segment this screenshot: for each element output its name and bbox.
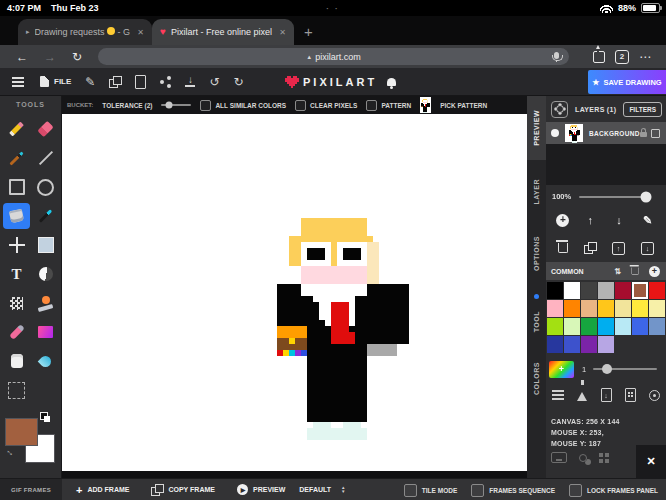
frames-sequence-option[interactable]: FRAMES SEQUENCE: [471, 484, 555, 497]
new-page-icon[interactable]: [135, 75, 146, 89]
tool-dither[interactable]: [3, 290, 30, 316]
frames-sequence-checkbox[interactable]: [471, 484, 484, 497]
save-drawing-button[interactable]: ★ SAVE DRAWING: [588, 70, 666, 94]
tool-eraser[interactable]: [32, 116, 59, 142]
palette-swatch-19[interactable]: [632, 318, 648, 335]
tool-crop[interactable]: [3, 377, 30, 403]
browser-menu-icon[interactable]: ⋯: [639, 50, 652, 64]
tab-pixilart[interactable]: ♥ Pixilart - Free online pixel ✕: [152, 19, 294, 45]
tool-gradient[interactable]: [32, 319, 59, 345]
tolerance-slider-knob[interactable]: [165, 102, 172, 109]
tool-pan[interactable]: [3, 348, 30, 374]
forward-button[interactable]: →: [44, 50, 56, 64]
edit-pencil-icon[interactable]: ✎: [85, 76, 95, 88]
palette-swatch-20[interactable]: [649, 318, 665, 335]
undo-icon[interactable]: ↺: [209, 76, 219, 88]
palette-swatch-0[interactable]: [547, 282, 563, 299]
tool-blur[interactable]: [32, 348, 59, 374]
tool-lighten[interactable]: [32, 261, 59, 287]
tool-move[interactable]: [3, 232, 30, 258]
palette-swatch-6[interactable]: [649, 282, 665, 299]
palette-swatch-9[interactable]: [581, 300, 597, 317]
layer-thumbnail[interactable]: [565, 124, 583, 142]
palette-swatch-4[interactable]: [615, 282, 631, 299]
redo-icon[interactable]: ↻: [233, 76, 243, 88]
palette-swatch-14[interactable]: [547, 318, 563, 335]
palette-swatch-12[interactable]: [632, 300, 648, 317]
preview-button[interactable]: ▶ PREVIEW: [237, 484, 285, 495]
all-similar-colors-checkbox[interactable]: [200, 100, 211, 111]
new-tab-button[interactable]: +: [304, 23, 313, 40]
filters-button[interactable]: FILTERS: [623, 102, 662, 117]
layer-row-background[interactable]: BACKGROUND: [546, 122, 666, 144]
merge-up-icon[interactable]: ↑: [612, 242, 625, 255]
palette-swatch-8[interactable]: [564, 300, 580, 317]
download-icon[interactable]: ↓: [185, 76, 195, 87]
palette-swatch-5[interactable]: [632, 282, 648, 299]
pattern-thumbnail[interactable]: [420, 97, 431, 113]
tab-count-button[interactable]: 2: [615, 50, 629, 64]
palette-swatch-17[interactable]: [598, 318, 614, 335]
add-palette-color-icon[interactable]: +: [649, 266, 660, 277]
close-panel-button[interactable]: ✕: [636, 445, 666, 478]
palette-swatch-7[interactable]: [547, 300, 563, 317]
reload-button[interactable]: ↻: [72, 50, 82, 64]
clear-pixels-checkbox[interactable]: [295, 100, 306, 111]
palette-swatch-13[interactable]: [649, 300, 665, 317]
tolerance-slider[interactable]: [161, 104, 191, 106]
tool-line[interactable]: [32, 145, 59, 171]
settings-gears-icon[interactable]: [579, 454, 587, 462]
all-similar-colors-option[interactable]: ALL SIMILAR COLORS: [200, 100, 286, 111]
tool-stamp[interactable]: [32, 290, 59, 316]
palette-swatch-1[interactable]: [564, 282, 580, 299]
tool-smudge[interactable]: [3, 319, 30, 345]
drawing-canvas[interactable]: [62, 114, 527, 471]
tool-rectangle[interactable]: [3, 174, 30, 200]
pick-pattern-label[interactable]: PICK PATTERN: [440, 102, 487, 109]
palette-group-row[interactable]: COMMON ⇅ +: [546, 262, 666, 280]
palette-swatch-15[interactable]: [564, 318, 580, 335]
add-layer-button[interactable]: +: [556, 214, 569, 227]
pattern-option[interactable]: PATTERN: [366, 100, 411, 111]
tool-color-picker[interactable]: [32, 203, 59, 229]
hamburger-menu-icon[interactable]: [12, 81, 24, 83]
duplicate-layer-icon[interactable]: [584, 242, 596, 254]
layers-settings-button[interactable]: [551, 101, 568, 118]
tab-tool[interactable]: TOOL: [527, 306, 546, 338]
tile-mode-option[interactable]: TILE MODE: [404, 484, 457, 497]
color-mixer-icon[interactable]: [577, 392, 587, 401]
palette-swatch-3[interactable]: [598, 282, 614, 299]
tool-text[interactable]: [3, 261, 30, 287]
grid-toggle-icon[interactable]: [599, 453, 603, 457]
palette-swatch-10[interactable]: [598, 300, 614, 317]
tab-close-icon[interactable]: ✕: [137, 28, 144, 37]
palette-swatch-18[interactable]: [615, 318, 631, 335]
delete-palette-icon[interactable]: [631, 267, 639, 275]
tool-bucket[interactable]: [3, 203, 30, 229]
delete-layer-icon[interactable]: [558, 243, 568, 253]
tool-ellipse[interactable]: [32, 174, 59, 200]
pixel-size-slider[interactable]: [593, 368, 657, 370]
palette-group-name[interactable]: COMMON: [551, 268, 614, 275]
tab-preview[interactable]: PREVIEW: [527, 96, 546, 160]
import-palette-icon[interactable]: [601, 388, 612, 402]
layer-visibility-toggle[interactable]: [551, 129, 559, 137]
palette-swatch-21[interactable]: [547, 336, 563, 353]
tool-select[interactable]: [32, 232, 59, 258]
opacity-slider[interactable]: [579, 196, 651, 198]
file-icon[interactable]: [40, 76, 49, 87]
notifications-bell-icon[interactable]: [387, 78, 396, 86]
mic-icon[interactable]: [554, 52, 559, 59]
move-layer-up-button[interactable]: ↑: [582, 212, 598, 228]
resize-arrow-icon[interactable]: ↔: [4, 444, 19, 459]
lock-frames-panel-checkbox[interactable]: [569, 484, 582, 497]
tile-mode-checkbox[interactable]: [404, 484, 417, 497]
tool-brush[interactable]: [3, 145, 30, 171]
frames-mode-dropdown[interactable]: DEFAULT: [299, 486, 331, 493]
swap-colors-icon[interactable]: [40, 412, 48, 420]
share-icon[interactable]: [593, 51, 605, 63]
tab-colors[interactable]: COLORS: [527, 356, 546, 401]
dropdown-arrows-icon[interactable]: ▲▼: [341, 486, 345, 494]
clear-pixels-option[interactable]: CLEAR PIXELS: [295, 100, 357, 111]
rename-layer-button[interactable]: ✎: [640, 212, 656, 228]
